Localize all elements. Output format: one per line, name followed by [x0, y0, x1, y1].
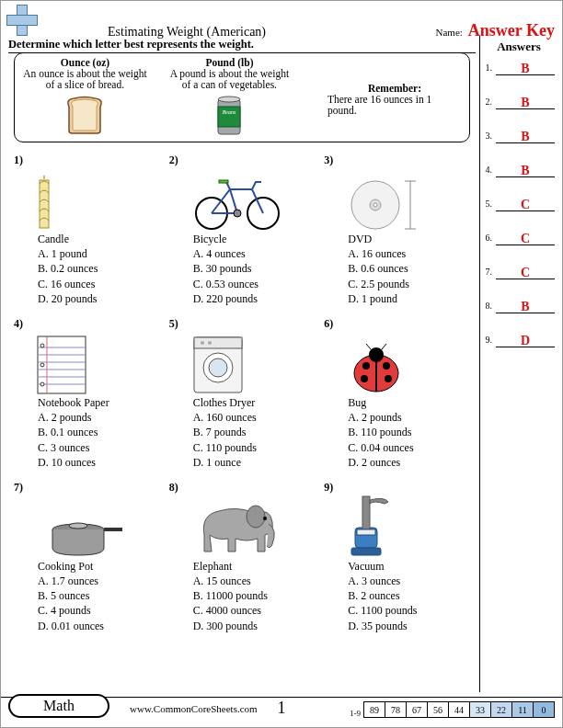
question-cell: 7) Cooking Pot A. 1.7 ounces B. 5 ounces…	[10, 479, 166, 637]
question-option: A. 1 pound	[38, 246, 162, 261]
question-number: 2)	[169, 154, 178, 166]
svg-point-31	[209, 358, 227, 377]
score-box: 78	[385, 701, 407, 718]
answer-value: B	[521, 96, 529, 109]
svg-point-28	[201, 341, 204, 345]
question-number: 8)	[169, 481, 178, 494]
question-option: C. 16 ounces	[38, 277, 162, 291]
svg-rect-4	[40, 180, 49, 228]
question-option: C. 0.04 ounces	[348, 440, 472, 455]
answer-value: D	[521, 334, 530, 347]
site-label: www.CommonCoreSheets.com	[130, 703, 258, 714]
page-number: 1	[278, 699, 286, 718]
question-number: 3)	[324, 154, 333, 166]
question-option: C. 4000 ounces	[193, 603, 317, 618]
name-value: Answer Key	[468, 21, 555, 40]
question-name: Elephant	[193, 559, 317, 574]
svg-point-3	[218, 97, 240, 102]
question-option: A. 4 ounces	[193, 246, 317, 261]
question-option: D. 0.01 ounces	[38, 619, 162, 633]
question-number: 5)	[169, 317, 178, 330]
answer-row: 9.D	[479, 332, 555, 347]
svg-rect-48	[362, 496, 370, 529]
score-box: 44	[448, 701, 470, 718]
question-option: B. 0.6 ounces	[348, 261, 472, 276]
question-option: A. 160 ounces	[193, 410, 317, 425]
question-cell: 1) Candle A. 1 pound B. 0.2 ou	[10, 152, 166, 310]
svg-point-29	[208, 341, 212, 345]
svg-point-38	[369, 347, 384, 362]
score-box: 67	[406, 701, 428, 718]
question-option: B. 0.2 ounces	[38, 261, 162, 276]
question-cell: 3) DVD A. 16 ounces B. 0.6 ounces	[320, 152, 476, 310]
question-option: C. 1100 pounds	[348, 603, 472, 618]
question-option: A. 2 pounds	[38, 410, 162, 425]
question-option: C. 4 pounds	[38, 603, 162, 618]
question-option: B. 5 ounces	[38, 588, 162, 603]
svg-rect-47	[351, 548, 381, 555]
question-cell: 9) Vacuum A. 3 ounces B. 2 ounces C. 110…	[320, 479, 476, 637]
svg-point-7	[234, 210, 241, 217]
svg-point-44	[247, 506, 265, 528]
question-option: D. 35 pounds	[348, 619, 472, 633]
logo-cross-icon	[6, 5, 38, 36]
answer-value: B	[521, 164, 529, 177]
question-cell: 8) Elephant A. 15 ounces B. 11000 pounds…	[166, 479, 321, 637]
question-row: 4)	[10, 315, 476, 473]
svg-rect-42	[104, 528, 122, 531]
answer-row: 6.C	[479, 230, 555, 245]
vacuum-icon	[346, 495, 396, 559]
question-option: C. 0.53 ounces	[193, 277, 317, 291]
question-name: Cooking Pot	[38, 559, 162, 574]
question-option: D. 1 pound	[348, 291, 472, 306]
legend-pound-title: Pound (lb)	[167, 57, 293, 68]
ladybug-icon	[346, 344, 407, 395]
svg-point-24	[40, 363, 44, 367]
score-box: 22	[490, 701, 512, 718]
question-name: Bicycle	[193, 232, 317, 246]
answer-row: 2.B	[479, 94, 555, 109]
question-option: D. 300 pounds	[193, 619, 317, 633]
answer-row: 7.C	[479, 264, 555, 279]
legend-ounce-title: Ounce (oz)	[22, 57, 148, 68]
svg-point-45	[263, 517, 267, 520]
question-number: 6)	[324, 317, 333, 330]
question-cell: 6) Bug A. 2 po	[320, 315, 476, 473]
question-number: 4)	[14, 317, 23, 330]
question-row: 7) Cooking Pot A. 1.7 ounces B. 5 ounces…	[10, 479, 476, 637]
legend-pound-desc: A pound is about the weight of a can of …	[167, 68, 293, 90]
can-icon: Beans	[215, 96, 243, 138]
name-label: Name:	[436, 27, 463, 38]
question-option: D. 220 pounds	[193, 291, 317, 306]
score-box: 0	[533, 701, 555, 718]
svg-rect-49	[357, 529, 375, 535]
answer-value: C	[521, 198, 530, 211]
question-cell: 2) Bicycle A. 4 ounces B. 30 pounds C. 0…	[166, 152, 321, 310]
legend-box: Ounce (oz) An ounce is about the weight …	[14, 52, 470, 142]
question-option: C. 3 ounces	[38, 440, 162, 455]
question-cell: 4)	[10, 315, 166, 473]
svg-point-35	[383, 362, 390, 370]
question-name: Vacuum	[348, 559, 472, 574]
svg-point-34	[362, 362, 370, 370]
score-range-label: 1-9	[350, 709, 361, 718]
worksheet-page: Estimating Weight (American) Name: Answe…	[0, 0, 563, 728]
question-option: A. 1.7 ounces	[38, 574, 162, 588]
score-box: 56	[427, 701, 449, 718]
question-option: B. 0.1 ounces	[38, 425, 162, 439]
legend-remember-title: Remember:	[327, 83, 462, 94]
bicycle-icon	[191, 173, 283, 232]
instruction-bar: Determine which letter best represents t…	[8, 38, 476, 53]
svg-point-25	[40, 382, 44, 386]
svg-line-39	[366, 344, 371, 349]
svg-rect-15	[38, 336, 86, 393]
questions-grid: 1) Candle A. 1 pound B. 0.2 ou	[10, 152, 476, 643]
svg-point-36	[361, 375, 368, 382]
svg-text:Beans: Beans	[223, 109, 236, 115]
legend-remember-text: There are 16 ounces in 1 pound.	[327, 94, 462, 116]
question-name: Candle	[38, 232, 162, 246]
question-option: C. 2.5 pounds	[348, 277, 472, 291]
answer-row: 5.C	[479, 196, 555, 211]
question-option: D. 1 ounce	[193, 455, 317, 470]
score-box: 89	[363, 701, 385, 718]
